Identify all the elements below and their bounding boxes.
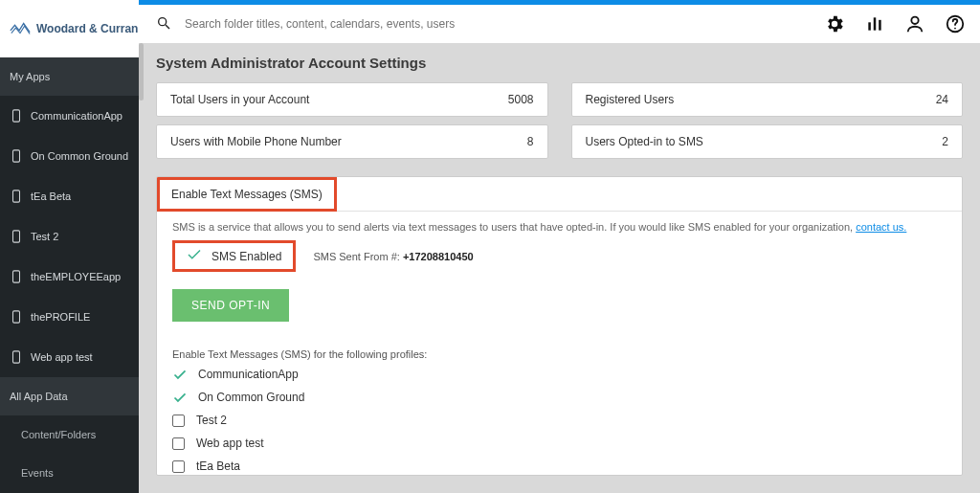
svg-rect-9 [868,22,871,30]
sidebar-section-allappdata: All App Data [0,377,139,415]
stat-registered-users: Registered Users 24 [571,82,964,117]
stat-value: 24 [936,93,948,106]
phone-icon [10,230,23,243]
sms-panel: Enable Text Messages (SMS) SMS is a serv… [156,176,963,476]
checkbox-icon [172,415,185,427]
brand-logo[interactable]: Woodard & Curran [0,0,139,57]
sidebar-item-webapptest[interactable]: Web app test [0,337,139,377]
svg-line-8 [166,25,169,29]
sms-profile-list: CommunicationApp On Common Ground Test 2… [172,368,947,476]
profile-item-test2[interactable]: Test 2 [172,414,947,427]
profile-label: tEa Beta [196,459,240,473]
svg-rect-11 [879,20,881,31]
sms-description: SMS is a service that allows you to send… [172,212,947,240]
profile-item-webapptest[interactable]: Web app test [172,437,947,450]
svg-rect-6 [13,351,20,363]
sms-section-title: Enable Text Messages (SMS) [157,177,337,212]
gear-icon[interactable] [823,12,846,35]
sidebar-section-myapps: My Apps [0,57,139,96]
profile-item-communicationapp[interactable]: CommunicationApp [172,368,947,381]
stat-value: 2 [942,135,948,148]
user-icon[interactable] [903,12,926,35]
search-input[interactable] [185,17,568,31]
sms-desc-text: SMS is a service that allows you to send… [172,221,856,233]
stat-value: 8 [527,135,534,148]
svg-rect-2 [13,190,20,202]
main-area: System Administrator Account Settings To… [139,0,980,493]
profile-item-oncommonground[interactable]: On Common Ground [172,391,947,404]
analytics-icon[interactable] [863,12,886,35]
sidebar-item-teabeta[interactable]: tEa Beta [0,176,139,216]
check-icon [172,370,187,380]
phone-icon [10,149,23,163]
sidebar-item-label: theEMPLOYEEapp [31,271,121,282]
brand-name: Woodard & Curran [36,22,138,35]
sidebar: Woodard & Curran My Apps CommunicationAp… [0,0,139,493]
sidebar-item-label: tEa Beta [31,190,71,202]
svg-point-12 [911,17,918,24]
sidebar-item-label: Test 2 [31,231,58,242]
scrollbar-thumb[interactable] [139,43,144,101]
profile-label: On Common Ground [198,391,304,404]
profile-label: Web app test [196,437,264,450]
profile-item-teabeta[interactable]: tEa Beta [172,459,947,473]
stat-optedin-users: Users Opted-in to SMS 2 [571,124,964,159]
svg-rect-5 [13,311,20,323]
sms-enabled-label: SMS Enabled [212,250,281,263]
sms-profiles-label: Enable Text Messages (SMS) for the follo… [172,348,947,360]
sms-enabled-toggle[interactable]: SMS Enabled [172,240,296,272]
stat-label: Total Users in your Account [170,93,309,106]
checkbox-icon [172,460,185,473]
topbar [139,5,980,43]
sidebar-item-communicationapp[interactable]: CommunicationApp [0,96,139,136]
sidebar-item-theemployeeapp[interactable]: theEMPLOYEEapp [0,257,139,297]
phone-icon [10,350,23,364]
send-optin-button[interactable]: SEND OPT-IN [172,289,289,322]
profile-label: Test 2 [196,414,227,427]
phone-icon [10,310,23,324]
check-icon [187,249,202,263]
sms-sent-from: SMS Sent From #: +17208810450 [313,251,473,262]
phone-icon [10,270,23,283]
brand-mark-icon [10,21,31,36]
sms-sent-from-label: SMS Sent From #: [313,251,403,262]
sidebar-item-label: thePROFILE [31,311,90,323]
sidebar-item-label: Web app test [31,351,93,363]
svg-rect-10 [874,17,877,30]
sidebar-sub-events[interactable]: Events [0,454,139,492]
svg-rect-4 [13,271,20,282]
sidebar-item-label: On Common Ground [31,150,128,162]
sidebar-item-oncommonground[interactable]: On Common Ground [0,136,139,176]
stat-label: Users with Mobile Phone Number [170,135,342,148]
svg-rect-3 [13,231,20,242]
sidebar-item-label: CommunicationApp [31,110,122,122]
stat-mobile-users: Users with Mobile Phone Number 8 [156,124,548,159]
sidebar-sub-contentfolders[interactable]: Content/Folders [0,415,139,454]
sidebar-item-theprofile[interactable]: thePROFILE [0,297,139,337]
svg-rect-0 [13,110,20,122]
svg-point-7 [159,17,167,25]
help-icon[interactable] [944,12,967,35]
profile-label: CommunicationApp [198,368,299,381]
stat-label: Users Opted-in to SMS [586,135,703,148]
phone-icon [10,109,23,123]
svg-point-14 [954,28,956,30]
page-title: System Administrator Account Settings [156,55,963,71]
stat-total-users: Total Users in your Account 5008 [156,82,548,117]
check-icon [172,392,187,403]
stat-label: Registered Users [586,93,675,106]
stat-value: 5008 [508,93,534,106]
phone-icon [10,190,23,203]
contact-us-link[interactable]: contact us. [856,221,906,233]
search-wrap [156,15,823,34]
sms-sent-from-number: +17208810450 [403,251,474,262]
content: System Administrator Account Settings To… [139,43,980,493]
search-icon [156,15,171,34]
checkbox-icon [172,437,185,450]
svg-rect-1 [13,150,20,162]
sidebar-item-test2[interactable]: Test 2 [0,216,139,257]
